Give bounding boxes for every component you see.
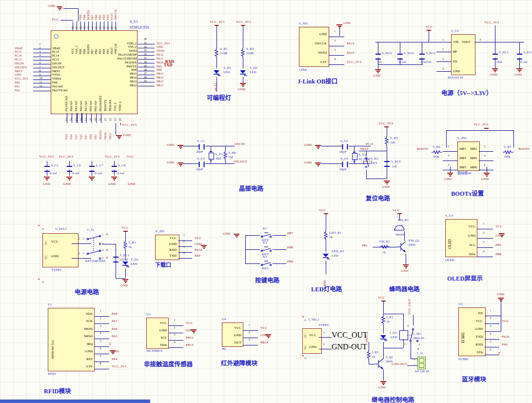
key-switch-icon[interactable]	[363, 156, 369, 170]
npn-transistor-icon[interactable]	[397, 240, 408, 254]
pin-row: EN 1	[458, 308, 509, 316]
net-label: GND	[223, 232, 230, 236]
npn-transistor-icon[interactable]	[374, 357, 385, 371]
pin-number: 1	[174, 319, 176, 322]
net-label: GND	[373, 74, 380, 78]
wire	[211, 159, 211, 163]
crystal-circuit-8m[interactable]: GND S_C1 20pF OSCIN S_Y1 8M S_R6 1M GND …	[166, 140, 256, 190]
pin-number: 34	[144, 46, 147, 49]
download-port[interactable]: X_JD1 VCC 1 VCC GND 2 GND RXD 3 PA10 TXD…	[151, 229, 222, 268]
section-title: J-Link OB接口	[297, 76, 337, 85]
pin-wire: 5	[485, 343, 499, 347]
ir-obstacle-module[interactable]: U4 VCC 1 VCC GND 2 GND OUT 3 PB14 BZ 红外避…	[219, 317, 293, 366]
pin-number: 28	[144, 69, 147, 72]
capacitor[interactable]: S_EC4 0.1uf	[395, 49, 417, 68]
designator: K1	[263, 227, 267, 230]
reset-circuit[interactable]: VCC_3V3 S_R3 10k NRST S_K1 KEY S_EC6 1uf…	[350, 120, 414, 199]
designator: J_R2	[372, 351, 378, 354]
wire	[217, 25, 217, 48]
capacitor-icon[interactable]	[199, 162, 205, 167]
crystal-icon[interactable]	[209, 153, 214, 160]
net-label: GND	[48, 4, 55, 8]
wire	[245, 235, 260, 236]
pin-number: 4	[483, 250, 484, 253]
pin-number: 1	[102, 233, 103, 236]
capacitor-icon[interactable]	[384, 161, 390, 167]
ground-icon	[234, 234, 239, 235]
wire	[495, 58, 495, 68]
pin-row: 3.3V 8 VCC_3V3	[48, 362, 126, 370]
net-label: VCC	[192, 236, 201, 240]
relay-control-circuit[interactable]: × 0 J_TEC1 TYPEC NC VCC 1 VCC_OUT NC GND…	[300, 290, 434, 403]
serial-tag: TXD	[164, 63, 173, 67]
power-regulator-circuit[interactable]: VCC S_U2 1 VIN VOUT 3 2 BP 3 EN 3 GND RT…	[368, 20, 532, 95]
connector-pins: VCC 1 VCC GND 2 GND OUT 3 PB14	[222, 323, 268, 345]
pin-number: 8	[39, 70, 41, 73]
ground-icon	[375, 69, 381, 70]
bootx-circuit[interactable]: VCC_3V3 S_JD2 1 MP1 MP2 2 3 MP3 MP4 4 5 …	[416, 122, 532, 196]
key-circuit[interactable]: GND K1 KEY PB7 K2 KEY PB8 K3 KEY PB9 按键电…	[222, 224, 302, 285]
pin-row: VCC 1 VCC	[222, 323, 268, 331]
pin-row: OUT 3 PB14	[222, 338, 268, 345]
section-title: 非接触温度传感器	[144, 359, 193, 368]
ground-icon	[499, 233, 505, 234]
pin-row: GND 1	[299, 28, 361, 37]
power-bar-icon	[484, 128, 489, 129]
connector-pins: VCC 1 VCC GND 2 GND SCL 3 PB5 SDA 4 PB6	[445, 220, 503, 257]
pin-wire: 3	[477, 243, 493, 248]
key-switch-icon[interactable]	[260, 232, 273, 238]
typec-power-circuit[interactable]: × 0 S_TEC1 NC VCC 1 NC GND 2 TYPEC × 0 T…	[37, 215, 149, 295]
capacitor-icon[interactable]	[199, 144, 205, 150]
pin-wire: 3	[169, 336, 183, 341]
power-led-circuit[interactable]: VCC_3V3 S_R2 510R S_D2 LED GND	[229, 20, 267, 100]
pin-number: 2	[323, 343, 325, 346]
connector-pins: EN 1 VCC 2 VCC GND 3 TXD 4 PA10 RXD 5 PA…	[458, 308, 509, 355]
capacitor[interactable]: S_EC3 1uf	[373, 49, 395, 68]
oled-connector[interactable]: S_U3 OLED VCC 1 VCC GND 2 GND SCL 3 PB5 …	[441, 214, 532, 281]
capacitor[interactable]: S_C7 0.1uf	[86, 161, 108, 185]
ground-icon	[240, 83, 246, 84]
net-label: PA10	[155, 61, 163, 64]
pin-name: EN	[458, 312, 485, 315]
pin-wire: 7	[95, 357, 109, 362]
section-title: OLED屏显示	[447, 273, 483, 282]
designator: S_D2	[250, 66, 257, 70]
bluetooth-module[interactable]: GND U2 ECB02 EN 1 VCC 2 VCC GND 3 TXD 4 …	[446, 290, 532, 390]
wire	[383, 342, 384, 348]
capacitor[interactable]: S_EC5 0.022uf	[417, 49, 439, 68]
net-label: PA11	[155, 57, 163, 60]
rfid-module[interactable]: U1 RFID-RC522 SDA 1 PA8 SCK 2 PA7 MOSI 3…	[41, 300, 141, 395]
pin-name: EN	[453, 60, 457, 63]
led-icon	[213, 68, 220, 77]
capacitor-icon[interactable]	[342, 144, 348, 150]
pin-row: SCL 3 PB12	[146, 333, 194, 341]
buzzer-icon[interactable]	[393, 222, 406, 231]
designator: U2	[458, 302, 463, 306]
net-label: VCC	[393, 209, 399, 212]
net-label: GND	[120, 284, 128, 287]
net-label: BOOT0	[417, 147, 428, 151]
pin-wire: 12	[33, 87, 51, 91]
pin-number: 3	[448, 155, 450, 158]
pin-number: 20	[99, 114, 104, 121]
capacitor-icon[interactable]	[342, 162, 348, 167]
relay-coil-icon[interactable]	[399, 330, 408, 340]
pin-wire: 4	[169, 343, 183, 348]
wire	[359, 151, 387, 151]
buzzer-circuit[interactable]: VCC FM_B1 + BEEP FM_Q1 NPN FM_R1 1k PB1 …	[356, 205, 436, 293]
temperature-sensor-module[interactable]: U3 VCC 1 VCC GND 2 GND SCL 3 PB12 SDA 4 …	[144, 312, 227, 367]
designator: S_EC1	[499, 51, 509, 54]
wire	[273, 249, 286, 250]
terminal-block[interactable]	[417, 357, 426, 369]
key-switch-icon[interactable]	[260, 261, 273, 266]
pin-name: SCK	[48, 320, 95, 323]
net-label: GND	[155, 45, 163, 48]
relay-switch-icon[interactable]	[410, 327, 421, 342]
key-switch-icon[interactable]	[260, 246, 273, 252]
wire	[245, 249, 260, 250]
wire	[273, 263, 286, 264]
pin-number: 35	[144, 42, 147, 45]
pin-name: GND	[48, 255, 72, 258]
capacitor-icon[interactable]	[113, 257, 118, 262]
horizontal-scrollbar[interactable]	[0, 400, 150, 403]
